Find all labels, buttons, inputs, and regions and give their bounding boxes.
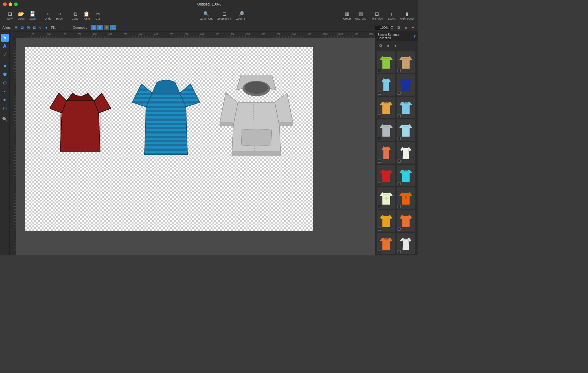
redo-button[interactable]: ↪ Redo (54, 11, 65, 21)
item-checkbox-16[interactable] (398, 228, 401, 231)
item-cell-13[interactable] (377, 187, 395, 209)
zoom-out-button[interactable]: 🔍 Zoom Out (198, 11, 214, 21)
item-cell-6[interactable] (397, 97, 415, 118)
gray-hoodie-illustration[interactable] (220, 75, 293, 160)
item-checkbox-7[interactable] (378, 137, 381, 140)
geo-btn-4[interactable]: ⊡ (110, 25, 116, 30)
select-tool[interactable] (1, 34, 9, 42)
open-button[interactable]: 📂 Open (16, 11, 27, 21)
layers-icon[interactable]: ⧉ (396, 24, 402, 31)
item-cell-9[interactable] (377, 142, 395, 164)
svg-text:1000: 1000 (323, 33, 328, 35)
canvas-area[interactable]: 5010015020025030035040045050055060065070… (10, 32, 375, 255)
item-checkbox-6[interactable] (398, 114, 401, 117)
geo-btn-2[interactable]: ⊟ (97, 25, 103, 30)
item-checkbox-1[interactable] (378, 69, 381, 72)
geo-btn-1[interactable]: ⊞ (91, 25, 96, 30)
align-left-button[interactable]: ⬒ (13, 25, 19, 30)
close-button[interactable] (3, 2, 7, 6)
zoom-down-icon[interactable]: ▼ (391, 28, 393, 30)
ellipse-tool[interactable]: ⬟ (1, 70, 9, 78)
align-bottom-button[interactable]: ⬗ (44, 25, 49, 30)
pixel-view-button[interactable]: ⊞ Pixel View (369, 11, 385, 21)
cut-button[interactable]: ✂ Cut (92, 11, 103, 21)
item-checkbox-13[interactable] (378, 205, 381, 208)
star-tool[interactable]: ★ (1, 96, 9, 104)
paste-button[interactable]: 📋 Paste (81, 11, 92, 21)
zoom-fit-button[interactable]: ⊡ Zoom to Fit (216, 11, 233, 21)
flip-h-button[interactable]: ↔ (60, 25, 65, 30)
item-cell-1[interactable] (377, 51, 395, 73)
item-cell-2[interactable] (397, 51, 415, 73)
item-cell-8[interactable] (397, 119, 415, 141)
item-shirt-fem-svg (399, 145, 412, 160)
zoom-tool[interactable]: 🔍 (1, 115, 9, 123)
flip-v-button[interactable]: ↕ (66, 25, 70, 30)
item-cell-12[interactable] (397, 165, 415, 186)
save-button[interactable]: 💾 Save (27, 11, 38, 21)
item-checkbox-18[interactable] (398, 250, 401, 253)
item-cell-18[interactable] (397, 233, 415, 254)
item-cell-10[interactable] (397, 142, 415, 164)
item-checkbox-9[interactable] (378, 160, 381, 163)
item-cell-3[interactable] (377, 74, 395, 96)
panel-layers-icon[interactable]: ⧉ (378, 43, 384, 49)
minimize-button[interactable] (9, 2, 12, 6)
blue-striped-tshirt-illustration[interactable] (132, 78, 200, 160)
group-button[interactable]: ▦ Group (341, 11, 353, 21)
right-panel-button[interactable]: ▮ Right Panel (398, 11, 416, 21)
item-checkbox-15[interactable] (378, 228, 381, 231)
polygon-tool[interactable]: ⬡ (1, 79, 9, 87)
item-cell-11[interactable] (377, 165, 395, 186)
canvas[interactable] (16, 38, 375, 249)
item-cell-15[interactable] (377, 210, 395, 232)
collection-dropdown-arrow[interactable]: ▼ (413, 34, 417, 39)
ungroup-button[interactable]: ▧ UnGroup (353, 11, 368, 21)
zoom-stepper[interactable]: ▲ ▼ (391, 25, 393, 30)
maximize-button[interactable] (14, 2, 18, 6)
item-cell-7[interactable] (377, 119, 395, 141)
new-button[interactable]: ⊞ New (4, 11, 15, 21)
item-checkbox-2[interactable] (398, 69, 401, 72)
square-tool[interactable]: ▪ (1, 87, 9, 95)
pen-tool[interactable]: ╱ (1, 51, 9, 59)
align-right-button[interactable]: ⬔ (26, 25, 31, 30)
item-checkbox-5[interactable] (378, 114, 381, 117)
item-shirt-svg (399, 100, 412, 115)
effects-icon[interactable]: ◈ (403, 24, 409, 31)
export-button[interactable]: ↑ Export (386, 11, 397, 21)
item-checkbox-12[interactable] (398, 182, 401, 185)
svg-text:50: 50 (10, 54, 10, 56)
copy-button[interactable]: ⧉ Copy (70, 11, 81, 21)
item-cell-17[interactable] (377, 233, 395, 254)
shape-tool[interactable]: ⬡ (1, 104, 9, 112)
zoom-input[interactable] (375, 25, 390, 30)
item-checkbox-8[interactable] (398, 137, 401, 140)
panel-heart-icon[interactable]: ♥ (392, 43, 398, 49)
align-middle-button[interactable]: ⬖ (38, 25, 43, 30)
rectangle-tool[interactable]: ■ (1, 62, 9, 70)
item-checkbox-17[interactable] (378, 250, 381, 253)
item-checkbox-10[interactable] (398, 160, 401, 163)
heart-icon[interactable]: ♥ (410, 24, 416, 31)
item-checkbox-4[interactable] (398, 92, 401, 95)
text-tool[interactable]: A (1, 42, 9, 50)
panel-effects-icon[interactable]: ◈ (385, 43, 391, 49)
align-center-button[interactable]: ⬓ (20, 25, 25, 30)
item-checkbox-3[interactable] (378, 92, 381, 95)
undo-button[interactable]: ↩ Undo (43, 11, 54, 21)
zoom-in-button[interactable]: 🔎 Zoom In (235, 11, 248, 21)
item-checkbox-11[interactable] (378, 182, 381, 185)
svg-rect-230 (382, 58, 390, 69)
item-cell-5[interactable] (377, 97, 395, 118)
flip-label: Flip: (51, 26, 58, 29)
red-tshirt-illustration[interactable] (50, 84, 111, 157)
svg-text:500: 500 (10, 190, 10, 194)
geo-btn-3[interactable]: ⊠ (104, 25, 109, 30)
item-cell-16[interactable] (397, 210, 415, 232)
align-top-button[interactable]: ⬕ (32, 25, 37, 30)
item-cell-4[interactable] (397, 74, 415, 96)
zoom-up-icon[interactable]: ▲ (391, 25, 393, 27)
item-cell-14[interactable] (397, 187, 415, 209)
item-checkbox-14[interactable] (398, 205, 401, 208)
